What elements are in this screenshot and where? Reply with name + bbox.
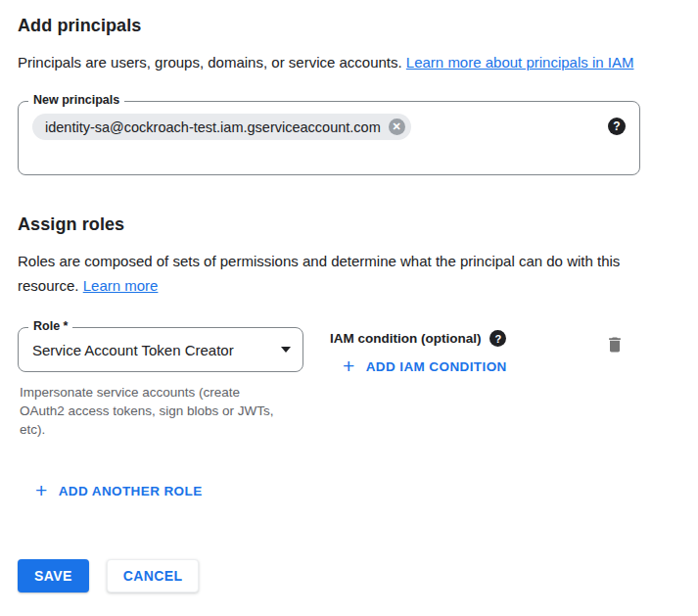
iam-condition-column: IAM condition (optional) ? + ADD IAM CON… (330, 327, 507, 378)
add-principals-panel: Add principals Principals are users, gro… (0, 0, 698, 592)
chevron-down-icon (281, 347, 291, 353)
role-select-value: Service Account Token Creator (32, 342, 234, 358)
iam-condition-help-icon[interactable]: ? (489, 330, 506, 347)
new-principals-field[interactable]: New principals identity-sa@cockroach-tes… (18, 101, 640, 175)
dialog-actions: SAVE CANCEL (18, 559, 680, 592)
role-row: Role * Service Account Token Creator Imp… (18, 327, 680, 439)
cancel-button[interactable]: CANCEL (107, 559, 200, 592)
learn-more-roles-link[interactable]: Learn more (83, 277, 159, 294)
chip-remove-icon[interactable]: ✕ (389, 118, 405, 135)
new-principals-help-icon[interactable]: ? (608, 118, 626, 135)
principals-description-text: Principals are users, groups, domains, o… (18, 54, 406, 71)
add-iam-condition-label: ADD IAM CONDITION (366, 359, 507, 374)
plus-icon: + (343, 359, 355, 373)
iam-condition-header: IAM condition (optional) ? (330, 330, 507, 347)
learn-more-principals-link[interactable]: Learn more about principals in IAM (406, 54, 634, 71)
role-select[interactable]: Role * Service Account Token Creator (18, 327, 303, 372)
role-helper-text: Impersonate service accounts (create OAu… (18, 383, 282, 439)
assign-roles-title: Assign roles (18, 214, 680, 235)
plus-icon: + (35, 484, 48, 498)
principal-chip: identity-sa@cockroach-test.iam.gservicea… (32, 114, 411, 140)
delete-role-column (605, 327, 625, 358)
role-column: Role * Service Account Token Creator Imp… (18, 327, 303, 439)
delete-role-button[interactable] (605, 335, 625, 355)
principals-description: Principals are users, groups, domains, o… (18, 50, 656, 74)
add-another-role-button[interactable]: + ADD ANOTHER ROLE (35, 484, 203, 498)
new-principals-label: New principals (28, 93, 124, 107)
add-iam-condition-button[interactable]: + ADD IAM CONDITION (343, 359, 507, 374)
roles-description: Roles are composed of sets of permission… (18, 249, 656, 298)
principal-chip-text: identity-sa@cockroach-test.iam.gservicea… (45, 119, 381, 135)
trash-icon (605, 335, 625, 355)
role-select-label: Role * (28, 319, 72, 333)
add-another-role-label: ADD ANOTHER ROLE (59, 484, 203, 498)
iam-condition-label: IAM condition (optional) (330, 331, 481, 346)
save-button[interactable]: SAVE (18, 559, 89, 592)
page-title: Add principals (18, 16, 680, 36)
